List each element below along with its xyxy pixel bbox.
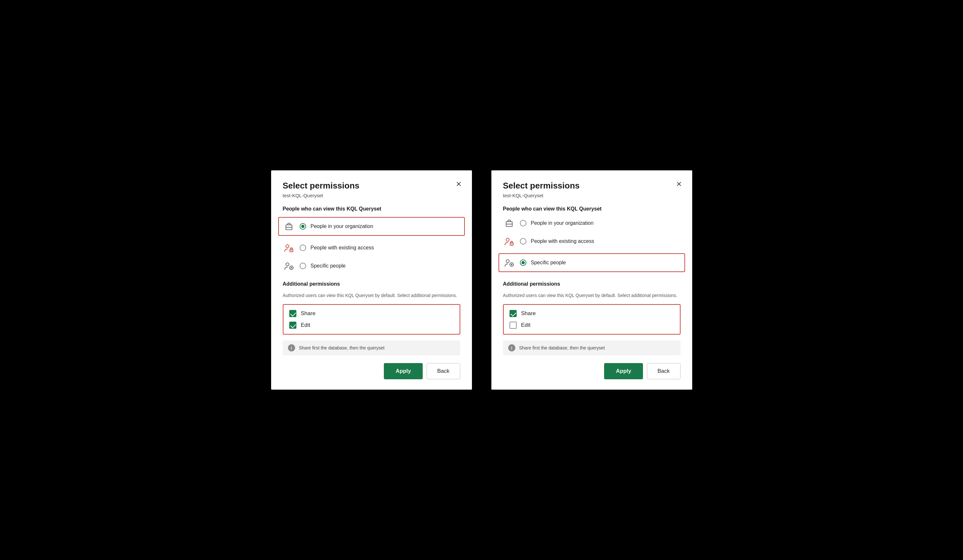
right-info-bar: i Share first the database, then the que… — [503, 340, 681, 355]
people-add-icon-right — [503, 257, 516, 269]
right-radio-existing[interactable] — [520, 238, 526, 244]
right-additional-title: Additional permissions — [503, 281, 681, 287]
panel-divider — [472, 170, 491, 390]
svg-point-14 — [506, 260, 509, 263]
left-additional-title: Additional permissions — [283, 281, 460, 287]
right-additional-section: Additional permissions Authorized users … — [503, 281, 681, 379]
people-lock-icon-right — [503, 235, 516, 248]
left-specific-label: Specific people — [311, 263, 346, 269]
right-radio-specific[interactable] — [520, 259, 526, 266]
left-info-icon: i — [288, 344, 295, 351]
right-option-org[interactable]: People in your organization — [503, 217, 681, 229]
svg-point-13 — [511, 244, 512, 244]
svg-point-4 — [291, 250, 292, 251]
right-view-section-title: People who can view this KQL Queryset — [503, 206, 681, 212]
left-org-label: People in your organization — [311, 223, 373, 229]
svg-point-2 — [286, 245, 289, 248]
right-info-text: Share first the database, then the query… — [519, 345, 605, 350]
people-lock-icon — [283, 242, 295, 254]
left-panel-subtitle: test-KQL-Queryset — [283, 193, 460, 198]
right-close-button[interactable]: ✕ — [675, 180, 683, 189]
left-radio-existing[interactable] — [300, 244, 306, 251]
right-existing-label: People with existing access — [531, 238, 594, 244]
left-back-button[interactable]: Back — [426, 363, 460, 379]
left-additional-section: Additional permissions Authorized users … — [283, 281, 460, 379]
left-footer-buttons: Apply Back — [283, 363, 460, 379]
right-apply-button[interactable]: Apply — [604, 363, 643, 379]
left-checkbox-edit-row[interactable]: Edit — [289, 322, 454, 329]
right-footer-buttons: Apply Back — [503, 363, 681, 379]
right-checkbox-share-row[interactable]: Share — [509, 310, 674, 317]
right-info-icon: i — [508, 344, 516, 351]
left-edit-checkbox[interactable] — [289, 322, 297, 329]
right-checkboxes-container: Share Edit — [503, 304, 681, 335]
right-radio-org[interactable] — [520, 220, 526, 227]
left-radio-specific[interactable] — [300, 263, 306, 269]
right-panel-subtitle: test-KQL-Queryset — [503, 193, 681, 198]
people-add-icon-left — [283, 260, 295, 272]
left-view-section-title: People who can view this KQL Queryset — [283, 206, 460, 212]
right-org-label: People in your organization — [531, 220, 594, 226]
right-back-button[interactable]: Back — [647, 363, 681, 379]
right-specific-label: Specific people — [531, 260, 566, 265]
left-checkboxes-container: Share Edit — [283, 304, 460, 335]
right-additional-desc: Authorized users can view this KQL Query… — [503, 292, 681, 299]
left-info-text: Share first the database, then the query… — [299, 345, 385, 350]
panels-container: Select permissions test-KQL-Queryset ✕ P… — [271, 170, 692, 390]
right-panel-title: Select permissions — [503, 181, 681, 191]
svg-point-11 — [506, 238, 509, 241]
right-option-specific[interactable]: Specific people — [499, 253, 685, 272]
right-panel: Select permissions test-KQL-Queryset ✕ P… — [491, 170, 692, 390]
right-share-label: Share — [521, 310, 536, 317]
svg-point-5 — [286, 263, 289, 266]
left-close-button[interactable]: ✕ — [454, 180, 463, 189]
left-checkbox-share-row[interactable]: Share — [289, 310, 454, 317]
left-existing-label: People with existing access — [311, 245, 374, 251]
left-share-label: Share — [301, 310, 316, 317]
left-option-org[interactable]: People in your organization — [278, 217, 465, 236]
left-panel-title: Select permissions — [283, 181, 460, 191]
left-option-existing[interactable]: People with existing access — [283, 242, 460, 254]
left-edit-label: Edit — [301, 322, 310, 329]
left-share-checkbox[interactable] — [289, 310, 297, 317]
left-panel: Select permissions test-KQL-Queryset ✕ P… — [271, 170, 472, 390]
left-option-specific[interactable]: Specific people — [283, 260, 460, 272]
briefcase-icon-right — [503, 217, 516, 229]
right-share-checkbox[interactable] — [509, 310, 517, 317]
right-edit-label: Edit — [521, 322, 530, 329]
briefcase-icon — [283, 220, 295, 233]
left-radio-org[interactable] — [300, 223, 306, 230]
left-info-bar: i Share first the database, then the que… — [283, 340, 460, 355]
right-option-existing[interactable]: People with existing access — [503, 235, 681, 248]
right-edit-checkbox[interactable] — [509, 322, 517, 329]
left-additional-desc: Authorized users can view this KQL Query… — [283, 292, 460, 299]
right-checkbox-edit-row[interactable]: Edit — [509, 322, 674, 329]
left-apply-button[interactable]: Apply — [384, 363, 422, 379]
